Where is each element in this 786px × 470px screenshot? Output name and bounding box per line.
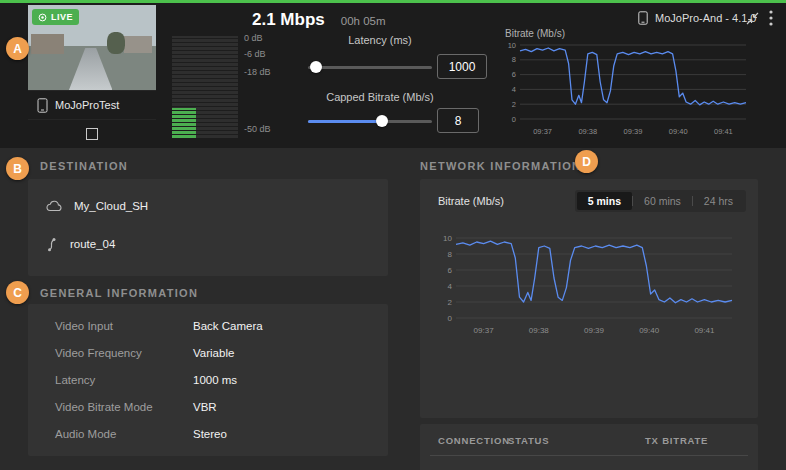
- tab-24-hrs[interactable]: 24 hrs: [693, 192, 744, 210]
- svg-text:8: 8: [512, 55, 516, 64]
- svg-text:09:41: 09:41: [714, 127, 733, 136]
- table-divider: [430, 455, 748, 456]
- latency-value-box[interactable]: 1000: [437, 54, 487, 79]
- annotation-badge-a: A: [6, 37, 29, 60]
- svg-text:0: 0: [512, 115, 516, 124]
- svg-text:0: 0: [448, 314, 453, 323]
- info-row: Latency 1000 ms: [28, 366, 388, 393]
- connections-table: CONNECTION STATUS TX BITRATE: [420, 424, 758, 470]
- device-select-row: [28, 120, 156, 147]
- svg-text:4: 4: [512, 85, 516, 94]
- latency-slider-track[interactable]: [308, 66, 432, 69]
- stream-duration: 00h 05m: [341, 15, 386, 27]
- network-info-panel: Bitrate (Mb/s) 5 mins 60 mins 24 hrs 108…: [420, 179, 758, 418]
- audio-level-meter: [172, 36, 238, 138]
- svg-text:09:39: 09:39: [624, 127, 643, 136]
- capped-bitrate-label: Capped Bitrate (Mb/s): [300, 91, 460, 103]
- info-label: Audio Mode: [28, 428, 193, 440]
- kebab-menu-icon: [769, 10, 773, 26]
- network-bitrate-chart: 108642009:3709:3809:3909:4009:41: [432, 225, 746, 355]
- destination-item-cloud[interactable]: My_Cloud_SH: [46, 191, 388, 221]
- general-info-panel: Video Input Back Camera Video Frequency …: [28, 304, 388, 456]
- svg-text:6: 6: [512, 70, 516, 79]
- meter-scale-label: -18 dB: [244, 67, 271, 77]
- info-row: Video Frequency Variable: [28, 339, 388, 366]
- svg-text:09:39: 09:39: [584, 326, 605, 335]
- latency-slider-handle[interactable]: [310, 61, 322, 73]
- thumbnail-house: [124, 36, 152, 53]
- bitrate-value: 2.1 Mbps: [252, 10, 325, 30]
- svg-text:10: 10: [443, 234, 452, 243]
- svg-text:09:40: 09:40: [669, 127, 688, 136]
- general-section-title: GENERAL INFORMATION: [40, 287, 198, 299]
- svg-text:2: 2: [512, 100, 516, 109]
- phone-icon: [37, 98, 48, 113]
- svg-text:09:38: 09:38: [578, 127, 597, 136]
- meter-scale-label: 0 dB: [244, 33, 263, 43]
- info-value: Back Camera: [193, 320, 263, 332]
- svg-text:10: 10: [508, 41, 516, 50]
- thumbnail-house: [31, 34, 64, 54]
- header-chart-title: Bitrate (Mb/s): [505, 28, 565, 39]
- audio-level-fill: [172, 108, 196, 138]
- tab-60-mins[interactable]: 60 mins: [633, 192, 692, 210]
- svg-text:2: 2: [448, 298, 453, 307]
- annotation-badge-b: B: [6, 157, 29, 180]
- svg-text:09:37: 09:37: [533, 127, 552, 136]
- svg-text:8: 8: [448, 250, 453, 259]
- table-header-status: STATUS: [508, 435, 549, 446]
- table-header-tx-bitrate: TX BITRATE: [645, 435, 708, 446]
- svg-text:4: 4: [448, 282, 453, 291]
- capped-bitrate-slider-fill: [308, 120, 382, 123]
- app-version-label: MoJoPro-And - 4.1.0: [655, 12, 757, 24]
- record-icon: [38, 13, 47, 22]
- info-value: Variable: [193, 347, 234, 359]
- video-thumbnail[interactable]: LIVE: [28, 5, 156, 90]
- annotation-badge-c: C: [6, 281, 29, 304]
- current-bitrate: 2.1 Mbps 00h 05m: [252, 10, 386, 30]
- capped-bitrate-slider-handle[interactable]: [376, 115, 388, 127]
- phone-icon: [638, 11, 648, 25]
- live-badge-label: LIVE: [51, 12, 73, 22]
- tab-5-mins[interactable]: 5 mins: [577, 192, 632, 210]
- chart-range-tabs: 5 mins 60 mins 24 hrs: [575, 190, 746, 212]
- network-section-title: NETWORK INFORMATION: [420, 160, 581, 172]
- app-version-info: MoJoPro-And - 4.1.0: [638, 11, 757, 25]
- info-row: Video Bitrate Mode VBR: [28, 393, 388, 420]
- app-window: LIVE MoJoProTest 0 dB -6 dB -18 dB -50 d…: [0, 0, 786, 470]
- collapse-button[interactable]: [744, 10, 760, 26]
- table-header-connection: CONNECTION: [438, 435, 510, 446]
- info-value: VBR: [193, 401, 217, 413]
- svg-text:09:38: 09:38: [529, 326, 550, 335]
- svg-text:09:40: 09:40: [639, 326, 660, 335]
- device-checkbox[interactable]: [86, 128, 98, 140]
- collapse-icon: [746, 12, 759, 25]
- device-name: MoJoProTest: [55, 99, 119, 111]
- destination-item-route[interactable]: route_04: [46, 229, 388, 259]
- capped-bitrate-slider[interactable]: [308, 115, 432, 127]
- latency-label: Latency (ms): [300, 34, 460, 46]
- stream-header: LIVE MoJoProTest 0 dB -6 dB -18 dB -50 d…: [0, 3, 786, 148]
- info-label: Video Frequency: [28, 347, 193, 359]
- meter-scale-label: -6 dB: [244, 49, 266, 59]
- info-label: Video Bitrate Mode: [28, 401, 193, 413]
- cloud-icon: [46, 200, 62, 212]
- info-value: 1000 ms: [193, 374, 237, 386]
- info-value: Stereo: [193, 428, 227, 440]
- destination-item-label: My_Cloud_SH: [74, 200, 148, 212]
- latency-slider[interactable]: [308, 61, 432, 73]
- meter-scale-label: -50 dB: [244, 124, 271, 134]
- capped-bitrate-value-box[interactable]: 8: [437, 108, 479, 133]
- svg-text:6: 6: [448, 266, 453, 275]
- info-label: Video Input: [28, 320, 193, 332]
- header-bitrate-chart: 108642009:3709:3809:3909:4009:41: [500, 39, 756, 143]
- info-row: Video Input Back Camera: [28, 312, 388, 339]
- destination-panel: My_Cloud_SH route_04: [28, 179, 388, 276]
- destination-item-label: route_04: [70, 238, 115, 250]
- svg-text:09:41: 09:41: [694, 326, 715, 335]
- thumbnail-tree: [107, 32, 125, 54]
- device-row[interactable]: MoJoProTest: [28, 90, 156, 120]
- destination-section-title: DESTINATION: [40, 160, 128, 172]
- overflow-menu-button[interactable]: [764, 9, 778, 27]
- info-row: Audio Mode Stereo: [28, 420, 388, 447]
